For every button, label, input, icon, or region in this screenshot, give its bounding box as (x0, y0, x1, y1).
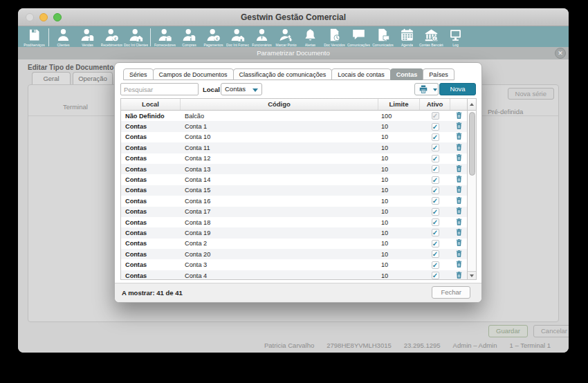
toolbar-item-vendas[interactable]: Vendas (75, 28, 100, 47)
ativo-checkbox[interactable]: ✓ (432, 165, 439, 173)
table-row[interactable]: Contas Conta 18 10 ✓ (121, 217, 467, 227)
toolbar-item-doc-vencidos[interactable]: Doc Vencidos (322, 28, 347, 47)
trash-icon[interactable] (455, 218, 463, 226)
status-item: Admin – Admin (453, 342, 497, 349)
nova-button[interactable]: Nova (439, 83, 476, 95)
trash-icon[interactable] (455, 165, 463, 173)
edit-doc-tab-geral[interactable]: Geral (32, 72, 71, 84)
guardar-button[interactable]: Guardar (488, 325, 528, 337)
scroll-up-arrow-icon[interactable] (468, 99, 476, 111)
bank-icon: € (424, 28, 439, 42)
trash-icon[interactable] (455, 196, 463, 205)
scrollbar-thumb[interactable] (469, 112, 475, 176)
trash-icon[interactable] (455, 207, 463, 215)
tab-locais-de-contas[interactable]: Locais de contas (331, 68, 391, 80)
cell-local: Contas (121, 272, 181, 279)
table-row[interactable]: Contas Conta 3 10 ✓ (121, 259, 467, 270)
trash-icon[interactable] (455, 122, 463, 130)
trash-icon[interactable] (455, 260, 463, 268)
trash-icon[interactable] (455, 153, 463, 162)
print-options-button[interactable] (432, 83, 439, 95)
toolbar-item-marcar-ponto[interactable]: Marcar Ponto (274, 28, 298, 47)
modal-title: Parametrizar Documento (18, 47, 569, 59)
ativo-checkbox[interactable]: ✓ (432, 261, 439, 269)
toolbar-item-compras[interactable]: Compras (177, 28, 201, 47)
scroll-down-arrow-icon[interactable] (468, 271, 476, 279)
toolbar-item-comunicacoes[interactable]: Comunicações (347, 28, 371, 47)
header-local[interactable]: Local (121, 99, 181, 110)
header-codigo[interactable]: Código (181, 99, 378, 110)
ativo-checkbox[interactable]: ✓ (432, 123, 439, 131)
table-row[interactable]: Contas Conta 2 10 ✓ (121, 239, 467, 249)
dialog-footer: A mostrar: 41 de 41 Fechar (115, 283, 481, 302)
tab-classificacao-de-comunicacoes[interactable]: Classificação de comunicações (233, 68, 333, 80)
trash-icon[interactable] (455, 185, 463, 194)
toolbar-item-contas-bancarias[interactable]: €Contas Bancárias (419, 28, 443, 47)
toolbar-item-comunicados[interactable]: Comunicados (371, 28, 395, 47)
table-row[interactable]: Contas Conta 20 10 ✓ (121, 249, 467, 259)
trash-icon[interactable] (455, 228, 463, 236)
close-icon[interactable]: ✕ (555, 48, 566, 59)
cell-ativo: ✓ (420, 197, 450, 205)
ativo-checkbox[interactable]: ✓ (432, 208, 439, 216)
ativo-checkbox[interactable]: ✓ (432, 176, 439, 184)
trash-icon[interactable] (455, 271, 463, 279)
table-row[interactable]: Contas Conta 17 10 ✓ (121, 207, 467, 217)
fechar-button[interactable]: Fechar (432, 286, 470, 299)
local-select[interactable]: Contas (221, 83, 262, 95)
tab-contas[interactable]: Contas (390, 68, 424, 80)
table-row[interactable]: Contas Conta 13 10 ✓ (121, 164, 467, 174)
ativo-checkbox[interactable]: ✓ (432, 155, 439, 162)
toolbar-item-log[interactable]: Log (443, 28, 468, 47)
toolbar-item-alertas[interactable]: Alertas (298, 28, 322, 47)
table-row[interactable]: Contas Conta 12 10 ✓ (121, 153, 467, 164)
table-row[interactable]: Contas Conta 11 10 ✓ (121, 142, 467, 153)
cell-limite: 10 (378, 219, 420, 226)
table-row[interactable]: Contas Conta 1 10 ✓ (121, 121, 467, 131)
toolbar-item-funcionarios[interactable]: Funcionários (250, 28, 274, 47)
toolbar-item-pagamentos[interactable]: €Pagamentos (201, 28, 226, 47)
print-button[interactable] (414, 83, 432, 95)
trash-icon[interactable] (455, 250, 463, 258)
table-row[interactable]: Contas Conta 16 10 ✓ (121, 196, 467, 206)
table-row[interactable]: Contas Conta 14 10 ✓ (121, 174, 467, 185)
table-row[interactable]: Contas Conta 15 10 ✓ (121, 185, 467, 196)
ativo-checkbox[interactable]: ✓ (432, 133, 439, 141)
table-scrollbar[interactable] (467, 99, 476, 279)
table-row[interactable]: Não Definido Balcão 100 ✓ (121, 111, 467, 121)
ativo-checkbox[interactable]: ✓ (432, 272, 439, 279)
ativo-checkbox[interactable]: ✓ (432, 240, 439, 247)
cell-delete (450, 218, 467, 227)
toolbar-item-recebimentos[interactable]: €Recebimentos (100, 28, 124, 47)
toolbar-item-clientes[interactable]: Clientes (51, 28, 75, 47)
toolbar-item-fornecedores[interactable]: Fornecedores (153, 28, 177, 47)
ativo-checkbox[interactable]: ✓ (432, 197, 439, 205)
trash-icon[interactable] (455, 239, 463, 247)
toolbar-item-prod-servicos[interactable]: Prod/serviços (22, 28, 46, 47)
trash-icon[interactable] (455, 175, 463, 183)
trash-icon[interactable] (455, 111, 463, 120)
toolbar-item-doc-int-fornec[interactable]: Doc Int Fornec (226, 28, 250, 47)
ativo-checkbox[interactable]: ✓ (432, 187, 439, 194)
search-input[interactable] (120, 83, 199, 95)
edit-doc-tab-operacao[interactable]: Operação (73, 72, 113, 84)
header-limite[interactable]: Limite (378, 99, 420, 110)
tab-paises[interactable]: Países (423, 68, 454, 80)
tab-campos-de-documentos[interactable]: Campos de Documentos (153, 68, 234, 80)
ativo-checkbox[interactable]: ✓ (432, 218, 439, 226)
ativo-checkbox[interactable]: ✓ (432, 144, 439, 151)
toolbar-item-agenda[interactable]: Agenda (395, 28, 419, 47)
header-ativo[interactable]: Ativo (420, 99, 450, 110)
trash-icon[interactable] (455, 143, 463, 151)
ativo-checkbox[interactable]: ✓ (432, 229, 439, 236)
ativo-checkbox[interactable]: ✓ (432, 112, 439, 120)
tab-series[interactable]: Séries (123, 68, 154, 80)
trash-icon[interactable] (455, 132, 463, 140)
cancelar-button[interactable]: Cancelar (533, 325, 569, 337)
ativo-checkbox[interactable]: ✓ (432, 250, 439, 258)
toolbar-item-doc-int-clientes[interactable]: Doc Int Clientes (124, 28, 148, 47)
table-row[interactable]: Contas Conta 19 10 ✓ (121, 227, 467, 238)
table-row[interactable]: Contas Conta 10 10 ✓ (121, 132, 467, 142)
nova-serie-button[interactable]: Nova série (508, 88, 554, 100)
table-row[interactable]: Contas Conta 4 10 ✓ (121, 270, 467, 279)
